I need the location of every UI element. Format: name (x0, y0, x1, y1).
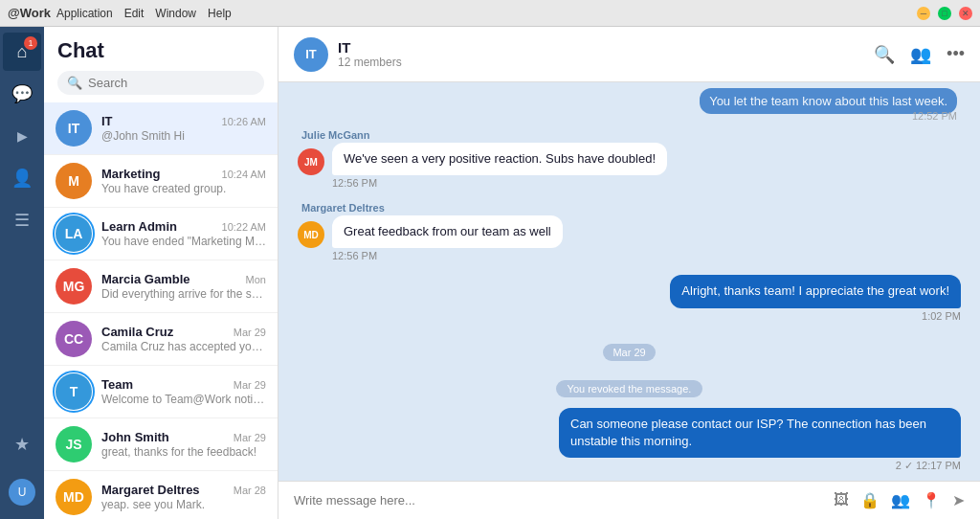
menu-edit[interactable]: Edit (124, 7, 145, 20)
chat-preview-marketing: You have created group. (101, 182, 266, 195)
partial-top-message: You let the team know about this last we… (298, 94, 961, 122)
menu-help[interactable]: Help (208, 7, 232, 20)
chat-info-marcia: Marcia Gamble Mon Did everything arrive … (101, 272, 266, 301)
chat-item-marcia[interactable]: MG Marcia Gamble Mon Did everything arri… (44, 260, 278, 313)
divider-label: Mar 29 (603, 344, 655, 361)
chat-time-marcia: Mon (246, 274, 266, 285)
chat-preview-camila: Camila Cruz has accepted your f... (101, 340, 266, 353)
chat-avatar-marketing: M (56, 163, 92, 199)
search-input[interactable] (88, 76, 255, 90)
minimize-button[interactable]: ─ (917, 7, 930, 20)
chat-preview-team: Welcome to Team@Work notifica... (101, 393, 266, 406)
chat-info-team: Team Mar 29 Welcome to Team@Work notific… (101, 377, 266, 406)
chat-name-row-learnadmin: Learn Admin 10:22 AM (101, 219, 266, 234)
search-box[interactable]: 🔍 (57, 71, 264, 95)
chat-time-learnadmin: 10:22 AM (222, 221, 266, 233)
input-actions: 🖼 🔒 👥 📍 ➤ (834, 491, 965, 509)
chat-info-it: IT 10:26 AM @John Smith Hi (101, 114, 266, 143)
sidebar-item-avatar[interactable]: U (3, 473, 41, 511)
chat-name-camila: Camila Cruz (101, 325, 173, 339)
sidebar-item-menu[interactable]: ☰ (3, 201, 41, 239)
chat-name-row-marketing: Marketing 10:24 AM (101, 167, 266, 181)
chat-name-row-camila: Camila Cruz Mar 29 (101, 325, 266, 339)
chat-header-name: IT (338, 39, 402, 56)
chat-avatar-marcia: MG (56, 268, 92, 305)
chat-preview-marcia: Did everything arrive for the serv... (101, 287, 266, 301)
chat-header: IT IT 12 members 🔍 👥 ••• (278, 27, 980, 82)
message-input[interactable] (294, 493, 824, 508)
more-options-icon[interactable]: ••• (947, 44, 965, 65)
message-avatar-m1: JM (298, 148, 324, 175)
incoming-message-group-m1: Julie McGannJMWe've seen a very positive… (298, 129, 961, 189)
message-bubble-m5: Can someone please contact our ISP? The … (559, 408, 961, 458)
outgoing-message-group-m3: Alright, thanks team! I appreciate the g… (298, 275, 961, 321)
chat-header-info: IT IT 12 members (294, 37, 402, 72)
chat-info-camila: Camila Cruz Mar 29 Camila Cruz has accep… (101, 325, 266, 353)
restore-button[interactable]: □ (938, 7, 951, 20)
user-avatar-icon: U (9, 479, 35, 506)
system-message-text: You revoked the message. (556, 380, 703, 397)
chat-preview-margaret: yeap. see you Mark. (101, 498, 266, 511)
messages-area: You let the team know about this last we… (278, 82, 980, 481)
message-time-m3: 1:02 PM (922, 310, 961, 322)
chat-name-row-team: Team Mar 29 (101, 377, 266, 392)
message-bubble-m2: Great feedback from our team as well (332, 215, 563, 248)
incoming-message-group-m2: Margaret DeltresMDGreat feedback from ou… (298, 202, 961, 261)
titlebar: @Work Application Edit Window Help ─ □ ✕ (0, 0, 980, 27)
message-bubble-m1: We've seen a very positive reaction. Sub… (332, 143, 667, 175)
chat-time-marketing: 10:24 AM (222, 169, 266, 180)
message-time-m2: 12:56 PM (332, 250, 377, 261)
date-divider-divider1: Mar 29 (298, 343, 961, 360)
people-icon[interactable]: 👥 (891, 491, 910, 509)
chat-bubble-icon: 💬 (11, 83, 33, 104)
chat-preview-johnsmith: great, thanks for the feedback! (101, 445, 266, 459)
chat-avatar-johnsmith: JS (56, 426, 92, 463)
chat-avatar-learnadmin: LA (56, 215, 92, 252)
sidebar-item-star[interactable]: ★ (3, 425, 41, 463)
sidebar-item-home[interactable]: ⌂ 1 (3, 33, 41, 71)
chat-main: IT IT 12 members 🔍 👥 ••• You let the tea… (278, 27, 980, 519)
chat-panel-title: Chat (57, 38, 264, 63)
menu-window[interactable]: Window (155, 7, 196, 20)
chat-info-margaret: Margaret Deltres Mar 28 yeap. see you Ma… (101, 483, 266, 511)
chat-item-camila[interactable]: CC Camila Cruz Mar 29 Camila Cruz has ac… (44, 313, 278, 366)
chat-name-johnsmith: John Smith (101, 430, 169, 444)
chat-time-it: 10:26 AM (222, 116, 266, 127)
icon-sidebar: ⌂ 1 💬 ▶ 👤 ☰ ★ U (0, 27, 44, 519)
chat-preview-it: @John Smith Hi (101, 129, 266, 143)
chat-name-row-it: IT 10:26 AM (101, 114, 266, 128)
chat-item-marketing[interactable]: M Marketing 10:24 AM You have created gr… (44, 155, 278, 208)
image-attach-icon[interactable]: 🖼 (834, 491, 849, 509)
chat-time-camila: Mar 29 (234, 327, 266, 338)
chat-item-learnadmin[interactable]: LA Learn Admin 10:22 AM You have ended "… (44, 208, 278, 260)
menu-application[interactable]: Application (56, 7, 113, 20)
chat-item-margaret[interactable]: MD Margaret Deltres Mar 28 yeap. see you… (44, 471, 278, 519)
chat-item-johnsmith[interactable]: JS John Smith Mar 29 great, thanks for t… (44, 418, 278, 471)
chat-header-actions: 🔍 👥 ••• (874, 44, 965, 65)
video-icon: ▶ (17, 128, 28, 144)
send-icon[interactable]: ➤ (952, 491, 965, 509)
sidebar-item-contacts[interactable]: 👤 (3, 159, 41, 197)
chat-header-subtext: 12 members (338, 56, 402, 69)
chat-item-it[interactable]: IT IT 10:26 AM @John Smith Hi (44, 102, 278, 155)
sidebar-item-chat[interactable]: 💬 (3, 75, 41, 113)
system-message-m4: You revoked the message. (298, 379, 961, 396)
titlebar-menu: Application Edit Window Help (56, 7, 232, 20)
message-row-m1: JMWe've seen a very positive reaction. S… (298, 143, 667, 175)
close-button[interactable]: ✕ (959, 7, 972, 20)
message-time-m5: 2 ✓ 12:17 PM (896, 460, 961, 472)
lock-icon[interactable]: 🔒 (860, 491, 880, 509)
chat-name-it: IT (101, 114, 113, 128)
sender-label-m2: Margaret Deltres (301, 202, 385, 214)
chat-item-team[interactable]: T Team Mar 29 Welcome to Team@Work notif… (44, 366, 278, 418)
chat-avatar-team: T (56, 373, 92, 410)
titlebar-left: @Work Application Edit Window Help (8, 6, 232, 20)
search-chat-icon[interactable]: 🔍 (874, 44, 895, 65)
location-icon[interactable]: 📍 (922, 491, 941, 509)
chat-name-marcia: Marcia Gamble (101, 272, 190, 286)
sidebar-item-video[interactable]: ▶ (3, 117, 41, 155)
chat-name-row-margaret: Margaret Deltres Mar 28 (101, 483, 266, 497)
chat-list-header: Chat 🔍 (44, 27, 278, 102)
add-member-icon[interactable]: 👥 (910, 44, 931, 65)
chat-name-row-marcia: Marcia Gamble Mon (101, 272, 266, 286)
